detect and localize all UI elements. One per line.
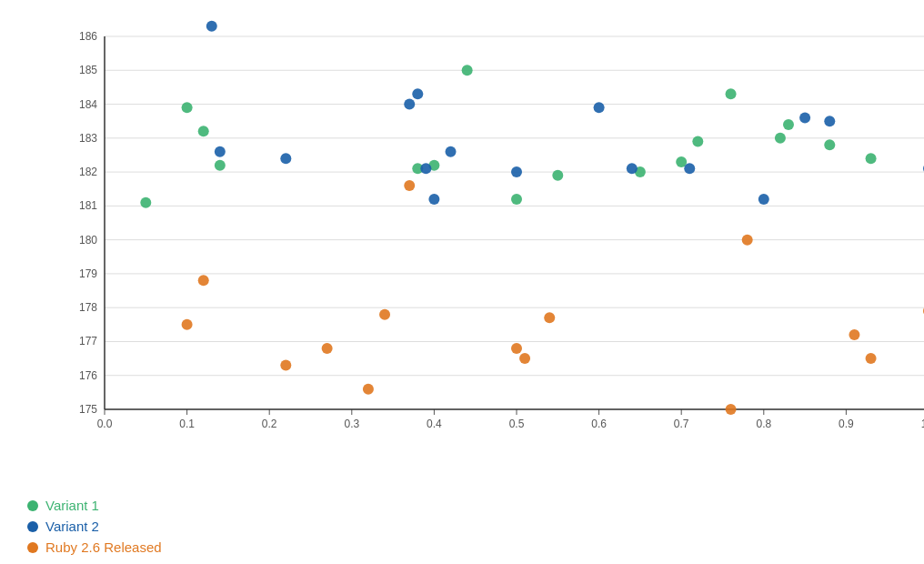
- svg-text:179: 179: [79, 267, 97, 280]
- svg-point-67: [280, 153, 291, 164]
- legend-dot-0: [27, 500, 38, 511]
- svg-point-86: [379, 309, 390, 320]
- svg-text:177: 177: [79, 335, 97, 347]
- svg-point-85: [363, 384, 374, 395]
- svg-text:0.0: 0.0: [97, 418, 113, 430]
- svg-point-92: [742, 235, 753, 246]
- legend-label-0: Variant 1: [45, 498, 99, 513]
- svg-text:0.9: 0.9: [839, 418, 854, 430]
- svg-point-65: [206, 21, 217, 32]
- svg-text:186: 186: [79, 30, 97, 43]
- svg-point-56: [552, 170, 563, 181]
- svg-text:0.4: 0.4: [427, 418, 442, 430]
- svg-point-93: [849, 329, 859, 340]
- svg-point-50: [198, 126, 209, 136]
- svg-point-82: [198, 275, 209, 286]
- svg-text:178: 178: [79, 301, 97, 314]
- svg-point-51: [215, 160, 226, 171]
- svg-point-60: [726, 88, 737, 99]
- svg-text:175: 175: [79, 403, 97, 416]
- legend-label-1: Variant 2: [45, 519, 99, 534]
- svg-point-68: [404, 99, 415, 110]
- legend-dot-1: [27, 521, 38, 532]
- svg-text:0.6: 0.6: [591, 418, 607, 430]
- svg-point-62: [783, 119, 794, 130]
- svg-point-77: [758, 194, 769, 205]
- svg-point-89: [519, 353, 530, 364]
- svg-point-84: [322, 343, 333, 354]
- svg-point-61: [775, 133, 786, 144]
- svg-point-88: [511, 343, 522, 354]
- svg-text:182: 182: [79, 166, 97, 178]
- svg-text:183: 183: [79, 132, 97, 145]
- legend-item-2: Ruby 2.6 Released: [27, 539, 162, 555]
- svg-point-49: [182, 102, 193, 113]
- svg-text:184: 184: [79, 98, 97, 111]
- svg-point-59: [692, 136, 703, 147]
- svg-point-69: [412, 88, 423, 99]
- svg-point-70: [420, 163, 431, 174]
- svg-point-75: [627, 163, 638, 174]
- svg-text:185: 185: [79, 64, 97, 76]
- svg-point-72: [446, 146, 457, 157]
- svg-point-79: [824, 116, 835, 126]
- svg-point-73: [511, 166, 522, 177]
- chart-container: 1751761771781791801811821831841851860.00…: [0, 0, 924, 564]
- svg-point-81: [182, 319, 193, 330]
- svg-text:0.8: 0.8: [756, 418, 771, 430]
- svg-text:0.3: 0.3: [344, 418, 359, 430]
- svg-text:1.0: 1.0: [921, 418, 924, 430]
- svg-point-63: [824, 139, 835, 150]
- svg-point-64: [866, 153, 877, 164]
- svg-text:0.1: 0.1: [179, 418, 195, 430]
- svg-text:180: 180: [79, 234, 97, 247]
- svg-text:176: 176: [79, 369, 97, 382]
- svg-text:0.7: 0.7: [674, 418, 689, 430]
- svg-point-87: [404, 180, 415, 191]
- svg-point-91: [726, 404, 737, 415]
- svg-point-55: [511, 194, 522, 205]
- svg-point-48: [140, 197, 151, 208]
- svg-point-83: [280, 360, 291, 371]
- chart-svg: 1751761771781791801811821831841851860.00…: [55, 18, 897, 455]
- svg-point-71: [428, 194, 439, 205]
- legend: Variant 1Variant 2Ruby 2.6 Released: [27, 498, 162, 555]
- svg-text:181: 181: [79, 199, 97, 212]
- svg-point-54: [462, 65, 473, 76]
- legend-dot-2: [27, 542, 38, 553]
- svg-text:0.5: 0.5: [509, 418, 525, 430]
- legend-item-0: Variant 1: [27, 498, 162, 513]
- svg-point-94: [866, 353, 877, 364]
- chart-area: 1751761771781791801811821831841851860.00…: [55, 18, 897, 455]
- legend-label-2: Ruby 2.6 Released: [45, 539, 162, 555]
- svg-point-76: [684, 163, 695, 174]
- legend-item-1: Variant 2: [27, 519, 162, 534]
- svg-point-78: [799, 112, 810, 123]
- svg-point-90: [544, 312, 555, 323]
- svg-text:0.2: 0.2: [262, 418, 277, 430]
- svg-point-66: [215, 146, 226, 157]
- svg-point-74: [594, 102, 605, 113]
